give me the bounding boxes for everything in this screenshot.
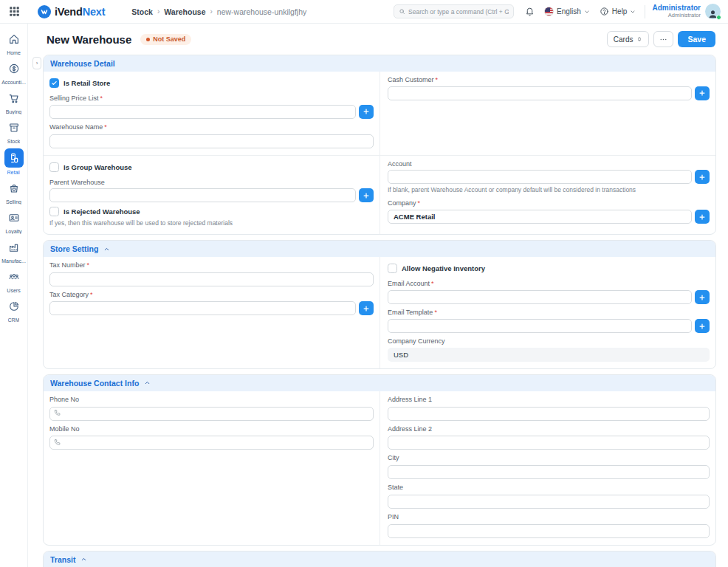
parent-warehouse-input[interactable] (49, 188, 356, 202)
add-tax-category-button[interactable] (359, 301, 374, 315)
plus-icon (698, 89, 706, 97)
add-company-button[interactable] (695, 210, 710, 224)
field-company: Company* (388, 199, 710, 224)
dollar-circle-icon (8, 63, 20, 75)
top-navbar: iVendNext Stock Warehouse new-warehouse-… (0, 0, 728, 24)
checkbox-unchecked-icon[interactable] (388, 264, 397, 273)
city-input[interactable] (388, 465, 710, 479)
pin-input[interactable] (388, 524, 710, 538)
checkbox-is-group-warehouse[interactable]: Is Group Warehouse (49, 162, 374, 172)
app-screen: iVendNext Stock Warehouse new-warehouse-… (0, 0, 728, 567)
checkbox-unchecked-icon[interactable] (49, 162, 59, 172)
warehouse-name-input[interactable] (49, 134, 374, 148)
plus-icon (698, 323, 706, 330)
address-line-2-input[interactable] (388, 436, 710, 450)
sidebar-item-crm[interactable]: CRM (0, 298, 28, 323)
tax-category-input[interactable] (49, 301, 356, 315)
sidebar: Home Accounti... Buying Stock Retail Sel… (0, 24, 28, 567)
status-dot (146, 38, 150, 41)
expand-sidebar-button[interactable]: › (32, 57, 41, 69)
language-label: English (557, 7, 581, 16)
user-menu[interactable]: Administrator Administrator (652, 4, 721, 19)
more-options-button[interactable] (653, 31, 673, 47)
phone-no-input[interactable] (49, 407, 374, 421)
shopping-bag-icon (8, 182, 20, 194)
sidebar-item-buying[interactable]: Buying (0, 89, 28, 114)
selling-price-list-input[interactable] (49, 105, 356, 119)
field-address-line-1: Address Line 1 (388, 396, 710, 421)
field-city: City (388, 454, 710, 479)
field-parent-warehouse: Parent Warehouse (49, 179, 374, 203)
add-cash-customer-button[interactable] (695, 86, 710, 100)
page-header: New Warehouse Not Saved Cards Save (28, 24, 728, 53)
checkbox-is-rejected-warehouse[interactable]: Is Rejected Warehouse (49, 207, 374, 216)
notifications-button[interactable] (525, 7, 535, 16)
avatar[interactable] (705, 4, 721, 19)
bell-icon (525, 7, 535, 16)
help-menu[interactable]: Help (600, 7, 636, 16)
state-input[interactable] (388, 495, 710, 509)
cash-customer-input[interactable] (388, 86, 692, 100)
global-search[interactable] (394, 4, 514, 18)
brand-name: iVendNext (55, 6, 105, 18)
mobile-no-input[interactable] (49, 436, 374, 450)
apps-grid-icon[interactable] (9, 6, 20, 17)
collapse-icon (103, 246, 110, 252)
checkbox-checked-icon[interactable] (49, 78, 59, 88)
phone-icon (54, 439, 61, 446)
sidebar-item-manufacturing[interactable]: Manufac... (0, 238, 28, 264)
section-header-warehouse-detail[interactable]: Warehouse Detail (44, 55, 715, 72)
breadcrumb-warehouse[interactable]: Warehouse (164, 7, 205, 16)
sidebar-item-home[interactable]: Home (0, 30, 28, 55)
ellipsis-icon (659, 35, 667, 44)
sidebar-item-stock[interactable]: Stock (0, 119, 28, 144)
account-input[interactable] (388, 170, 692, 184)
field-address-line-2: Address Line 2 (388, 425, 710, 450)
company-input[interactable] (388, 210, 692, 224)
add-parent-warehouse-button[interactable] (359, 188, 374, 202)
search-input[interactable] (408, 8, 509, 16)
field-phone-no: Phone No (49, 396, 374, 421)
sidebar-item-accounting[interactable]: Accounti... (0, 60, 28, 85)
email-account-input[interactable] (388, 290, 692, 304)
add-selling-price-list-button[interactable] (359, 105, 374, 119)
field-selling-price-list: Selling Price List* (49, 94, 374, 119)
chevron-down-icon (584, 9, 590, 15)
company-currency-value: USD (388, 348, 710, 362)
language-selector[interactable]: English (544, 7, 590, 16)
form-area: › Warehouse Detail Is Retail Store Selli… (28, 53, 728, 567)
sidebar-item-retail[interactable]: Retail (0, 148, 28, 175)
breadcrumb-current: new-warehouse-unkilgfjhy (217, 7, 306, 16)
section-header-store-setting[interactable]: Store Setting (44, 241, 715, 257)
checkbox-allow-negative-inventory[interactable]: Allow Negative Inventory (388, 264, 710, 273)
sidebar-item-selling[interactable]: Selling (0, 179, 28, 205)
plus-icon (363, 305, 370, 312)
field-cash-customer: Cash Customer* (388, 76, 710, 100)
breadcrumb-stock[interactable]: Stock (131, 7, 153, 16)
add-account-button[interactable] (695, 170, 710, 184)
plus-icon (698, 294, 706, 301)
section-header-contact-info[interactable]: Warehouse Contact Info (44, 375, 715, 391)
sort-chevrons-icon (636, 35, 642, 43)
users-icon (8, 271, 20, 283)
brand-logo[interactable]: iVendNext (38, 5, 105, 18)
view-switcher-button[interactable]: Cards (607, 31, 650, 47)
sidebar-item-users[interactable]: Users (0, 268, 28, 293)
address-line-1-input[interactable] (388, 407, 710, 421)
checkbox-unchecked-icon[interactable] (49, 207, 59, 216)
cart-icon (8, 92, 20, 104)
field-mobile-no: Mobile No (49, 425, 374, 450)
add-email-template-button[interactable] (695, 319, 710, 333)
email-template-input[interactable] (388, 319, 692, 333)
save-button[interactable]: Save (678, 31, 715, 47)
section-header-transit[interactable]: Transit (44, 551, 715, 567)
field-email-template: Email Template* (388, 309, 710, 333)
checkbox-is-retail-store[interactable]: Is Retail Store (49, 78, 374, 88)
field-email-account: Email Account* (388, 280, 710, 304)
plus-icon (363, 108, 370, 115)
add-email-account-button[interactable] (695, 290, 710, 304)
sidebar-item-loyalty[interactable]: Loyalty (0, 209, 28, 234)
is-rejected-help-text: If yes, then this warehouse will be used… (49, 219, 374, 227)
tax-number-input[interactable] (49, 272, 374, 286)
section-warehouse-detail: Warehouse Detail Is Retail Store Selling… (43, 55, 716, 235)
